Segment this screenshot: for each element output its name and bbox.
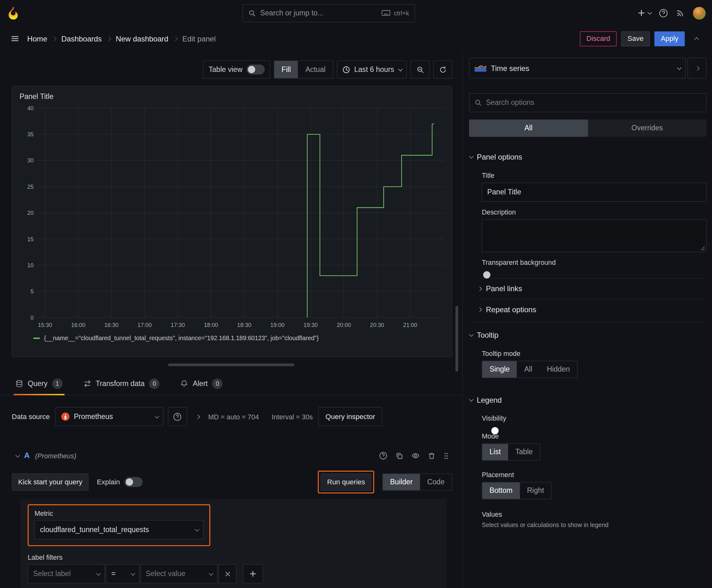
label-filters-label: Label filters: [28, 553, 439, 561]
tab-query[interactable]: Query 1: [14, 373, 64, 395]
timeseries-viz-icon: [475, 64, 487, 71]
chevron-right-icon: [477, 287, 482, 291]
tooltip-mode-all[interactable]: All: [517, 361, 540, 378]
select-value-dropdown[interactable]: Select value: [140, 564, 218, 583]
tab-all[interactable]: All: [469, 119, 588, 136]
metric-select[interactable]: cloudflared_tunnel_total_requests: [35, 520, 203, 539]
legend-values-label: Values: [482, 510, 707, 518]
drag-handle-icon[interactable]: [444, 452, 449, 460]
global-search-input[interactable]: Search or jump to... ctrl+k: [242, 4, 415, 22]
select-label-dropdown[interactable]: Select label: [28, 564, 105, 583]
run-queries-button[interactable]: Run queries: [321, 474, 371, 491]
remove-filter-button[interactable]: [218, 564, 237, 583]
annotation-highlight-run-queries: Run queries: [318, 471, 374, 493]
panel-title[interactable]: Panel Title: [18, 90, 446, 103]
panel-title-input[interactable]: Panel Title: [482, 183, 707, 202]
legend-mode-list[interactable]: List: [482, 444, 508, 460]
query-options-expand-icon[interactable]: [195, 414, 200, 419]
keyboard-icon: [382, 10, 390, 16]
add-new-button[interactable]: [638, 9, 651, 17]
plus-icon: [638, 9, 645, 17]
svg-text:18:00: 18:00: [204, 322, 218, 328]
legend-placement-right[interactable]: Right: [520, 482, 551, 499]
legend-series-swatch: [33, 338, 40, 339]
time-range-label: Last 6 hours: [354, 65, 394, 74]
svg-text:15:30: 15:30: [38, 322, 52, 328]
visualization-name: Time series: [491, 64, 529, 72]
apply-button[interactable]: Apply: [654, 31, 685, 46]
prometheus-icon: [61, 412, 70, 421]
description-label: Description: [482, 208, 707, 216]
tab-transform-data[interactable]: Transform data 0: [82, 373, 161, 395]
search-options-input[interactable]: Search options: [469, 93, 706, 112]
delete-query-trash-icon[interactable]: [428, 452, 436, 460]
query-row-header[interactable]: A (Prometheus): [12, 446, 452, 465]
query-inspector-button[interactable]: Query inspector: [318, 407, 383, 426]
code-option[interactable]: Code: [420, 474, 452, 490]
left-column-scrollbar[interactable]: [455, 306, 458, 372]
datasource-help-button[interactable]: [168, 407, 187, 426]
operator-dropdown[interactable]: =: [106, 564, 139, 583]
annotation-highlight-metric: Metric cloudflared_tunnel_total_requests: [28, 504, 210, 546]
section-panel-options: Panel options Title Panel Title Descript…: [469, 149, 706, 322]
save-button[interactable]: Save: [621, 31, 650, 46]
tooltip-mode-hidden[interactable]: Hidden: [540, 361, 577, 378]
discard-button[interactable]: Discard: [580, 31, 617, 46]
tab-overrides[interactable]: Overrides: [588, 119, 706, 136]
help-button[interactable]: [659, 8, 668, 18]
svg-text:5: 5: [30, 288, 34, 295]
legend-placement-bottom[interactable]: Bottom: [482, 482, 520, 499]
add-filter-button[interactable]: [243, 564, 263, 583]
user-avatar[interactable]: [693, 6, 706, 19]
table-view-switch[interactable]: [246, 64, 265, 75]
description-textarea[interactable]: [482, 219, 707, 252]
visualization-picker[interactable]: Time series: [469, 58, 686, 79]
tooltip-header[interactable]: Tooltip: [469, 327, 706, 343]
tab-alert[interactable]: Alert 0: [179, 373, 224, 395]
breadcrumb-home[interactable]: Home: [27, 34, 47, 43]
query-builder-card: Metric cloudflared_tunnel_total_requests…: [20, 499, 447, 588]
fill-option[interactable]: Fill: [274, 61, 298, 78]
duplicate-query-icon[interactable]: [395, 452, 404, 460]
collapse-pane-button[interactable]: [688, 58, 707, 79]
zoom-out-time-button[interactable]: [411, 60, 430, 79]
breadcrumb-dashboards[interactable]: Dashboards: [61, 34, 102, 43]
hide-query-eye-icon[interactable]: [411, 452, 419, 460]
menu-toggle-button[interactable]: [7, 31, 23, 46]
panel-links-header[interactable]: Panel links: [478, 278, 707, 299]
svg-text:17:30: 17:30: [171, 322, 185, 328]
search-placeholder: Search or jump to...: [260, 9, 324, 17]
timeseries-chart[interactable]: 051015202530354015:3016:0016:3017:0017:3…: [18, 103, 446, 332]
main-content: Table view Fill Actual Last 6 hours: [0, 51, 712, 588]
actual-option[interactable]: Actual: [298, 61, 333, 78]
fill-actual-toggle: Fill Actual: [274, 60, 333, 79]
repeat-options-header[interactable]: Repeat options: [478, 299, 707, 320]
time-range-picker[interactable]: Last 6 hours: [337, 60, 407, 79]
tooltip-mode-single[interactable]: Single: [482, 361, 517, 378]
panel-options-header[interactable]: Panel options: [469, 149, 706, 165]
refresh-button[interactable]: [433, 60, 452, 79]
panel-resize-handle[interactable]: [168, 363, 294, 366]
query-help-icon[interactable]: [379, 452, 387, 460]
query-count-badge: 1: [52, 378, 63, 389]
chart-legend: {__name__="cloudflared_tunnel_total_requ…: [18, 332, 446, 341]
builder-option[interactable]: Builder: [383, 474, 420, 490]
breadcrumb-new-dashboard[interactable]: New dashboard: [116, 34, 168, 43]
datasource-label: Data source: [12, 413, 50, 421]
explain-switch[interactable]: [125, 477, 143, 487]
svg-text:17:00: 17:00: [137, 322, 152, 328]
kick-start-query-button[interactable]: Kick start your query: [12, 474, 89, 491]
legend-mode-table[interactable]: Table: [508, 444, 540, 460]
search-icon: [475, 99, 482, 106]
query-editor-toolbar: Kick start your query Explain Run querie…: [12, 471, 452, 493]
chevron-down-icon: [96, 571, 101, 575]
grafana-logo-icon[interactable]: [6, 6, 20, 20]
collapse-options-pane-button[interactable]: [689, 31, 705, 46]
svg-text:25: 25: [27, 184, 34, 190]
legend-values-description: Select values or calculations to show in…: [482, 522, 707, 529]
datasource-picker[interactable]: Prometheus: [55, 407, 163, 426]
news-broadcast-button[interactable]: [676, 8, 685, 17]
title-label: Title: [482, 171, 707, 179]
legend-header[interactable]: Legend: [469, 392, 706, 408]
legend-series-label[interactable]: {__name__="cloudflared_tunnel_total_requ…: [44, 335, 319, 342]
